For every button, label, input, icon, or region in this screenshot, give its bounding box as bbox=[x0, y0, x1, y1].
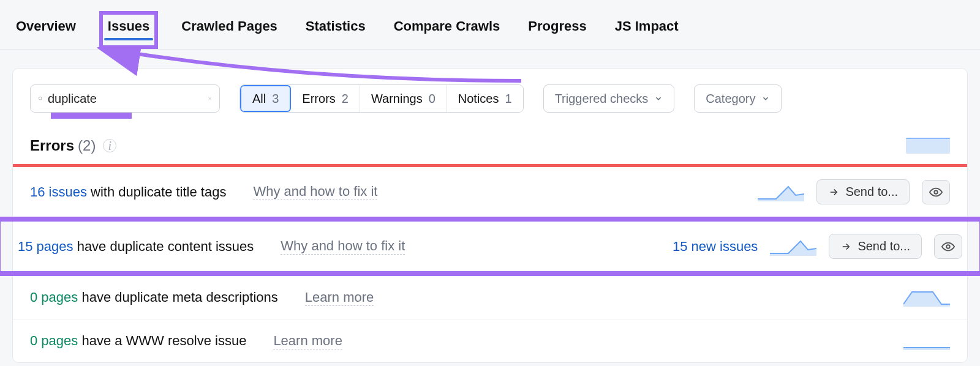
issue-text[interactable]: 0 pages have duplicate meta descriptions bbox=[30, 289, 278, 305]
issue-count-link[interactable]: 16 issues bbox=[30, 184, 87, 200]
chevron-down-icon bbox=[654, 94, 663, 103]
send-to-button[interactable]: Send to... bbox=[829, 234, 922, 259]
issue-row: 0 pages have duplicate meta descriptions… bbox=[13, 276, 967, 319]
arrow-right-icon bbox=[840, 241, 851, 252]
eye-icon bbox=[929, 185, 943, 199]
filter-all[interactable]: All3 bbox=[240, 85, 291, 112]
issues-panel: All3Errors2Warnings0Notices1 Triggered c… bbox=[12, 68, 968, 363]
triggered-checks-label: Triggered checks bbox=[555, 92, 649, 106]
filter-count: 3 bbox=[272, 92, 279, 106]
issue-count-link[interactable]: 0 pages bbox=[30, 333, 78, 348]
view-button[interactable] bbox=[922, 180, 950, 204]
tab-overview[interactable]: Overview bbox=[11, 15, 81, 45]
search-input-container[interactable] bbox=[30, 84, 220, 113]
highlighted-row: 15 pages have duplicate content issuesWh… bbox=[0, 217, 980, 276]
view-button[interactable] bbox=[934, 234, 962, 259]
fix-hint-link[interactable]: Why and how to fix it bbox=[253, 184, 377, 200]
section-title: Errors bbox=[30, 137, 74, 154]
send-to-label: Send to... bbox=[845, 185, 898, 199]
annotation-underline bbox=[51, 113, 132, 119]
sparkline bbox=[770, 237, 816, 256]
send-to-button[interactable]: Send to... bbox=[816, 179, 910, 204]
eye-icon bbox=[941, 240, 955, 253]
svg-point-0 bbox=[39, 97, 42, 100]
tab-crawled-pages[interactable]: Crawled Pages bbox=[176, 15, 282, 45]
section-count: (2) bbox=[78, 137, 96, 154]
filter-label: All bbox=[252, 92, 266, 106]
issue-row: 16 issues with duplicate title tagsWhy a… bbox=[13, 167, 967, 217]
tab-bar: OverviewIssuesCrawled PagesStatisticsCom… bbox=[0, 0, 980, 50]
issue-text[interactable]: 0 pages have a WWW resolve issue bbox=[30, 333, 246, 349]
section-header: Errors (2) i bbox=[30, 137, 950, 154]
arrow-right-icon bbox=[828, 187, 839, 198]
tab-progress[interactable]: Progress bbox=[523, 15, 591, 45]
filter-count: 2 bbox=[342, 92, 349, 106]
tab-issues[interactable]: Issues bbox=[99, 11, 159, 49]
category-dropdown[interactable]: Category bbox=[694, 84, 782, 113]
filter-notices[interactable]: Notices1 bbox=[447, 85, 523, 112]
filter-label: Notices bbox=[458, 92, 499, 106]
fix-hint-link[interactable]: Learn more bbox=[305, 289, 374, 306]
issue-text[interactable]: 16 issues with duplicate title tags bbox=[30, 184, 226, 200]
issue-row: 0 pages have a WWW resolve issueLearn mo… bbox=[13, 319, 967, 362]
search-wrap bbox=[30, 84, 220, 113]
filter-warnings[interactable]: Warnings0 bbox=[360, 85, 447, 112]
category-label: Category bbox=[706, 92, 755, 106]
filter-count: 1 bbox=[505, 92, 512, 106]
sparkline bbox=[903, 288, 950, 307]
filter-count: 0 bbox=[429, 92, 435, 106]
filter-label: Warnings bbox=[371, 92, 423, 106]
svg-point-4 bbox=[934, 190, 938, 194]
tab-statistics[interactable]: Statistics bbox=[301, 15, 371, 45]
tab-js-impact[interactable]: JS Impact bbox=[610, 15, 684, 45]
info-icon[interactable]: i bbox=[103, 139, 116, 152]
controls-row: All3Errors2Warnings0Notices1 Triggered c… bbox=[30, 84, 950, 113]
fix-hint-link[interactable]: Why and how to fix it bbox=[281, 238, 405, 255]
search-icon bbox=[38, 92, 43, 105]
fix-hint-link[interactable]: Learn more bbox=[273, 333, 342, 349]
filter-errors[interactable]: Errors2 bbox=[291, 85, 360, 112]
section-sparkline bbox=[906, 138, 950, 154]
filter-segmented: All3Errors2Warnings0Notices1 bbox=[239, 84, 524, 113]
tab-compare-crawls[interactable]: Compare Crawls bbox=[389, 15, 505, 45]
issue-count-link[interactable]: 0 pages bbox=[30, 289, 78, 305]
search-input[interactable] bbox=[48, 92, 203, 106]
sparkline bbox=[758, 183, 804, 201]
issue-text[interactable]: 15 pages have duplicate content issues bbox=[18, 239, 254, 255]
svg-line-1 bbox=[41, 100, 42, 100]
issue-row: 15 pages have duplicate content issuesWh… bbox=[1, 222, 979, 271]
issue-rows: 16 issues with duplicate title tagsWhy a… bbox=[13, 167, 967, 362]
triggered-checks-dropdown[interactable]: Triggered checks bbox=[543, 84, 675, 113]
filter-label: Errors bbox=[302, 92, 335, 106]
svg-point-5 bbox=[946, 245, 950, 248]
new-issues-link[interactable]: 15 new issues bbox=[673, 239, 758, 255]
issue-count-link[interactable]: 15 pages bbox=[18, 239, 74, 254]
send-to-label: Send to... bbox=[858, 239, 910, 253]
clear-icon[interactable] bbox=[208, 93, 212, 104]
chevron-down-icon bbox=[761, 94, 770, 103]
sparkline bbox=[903, 332, 950, 350]
